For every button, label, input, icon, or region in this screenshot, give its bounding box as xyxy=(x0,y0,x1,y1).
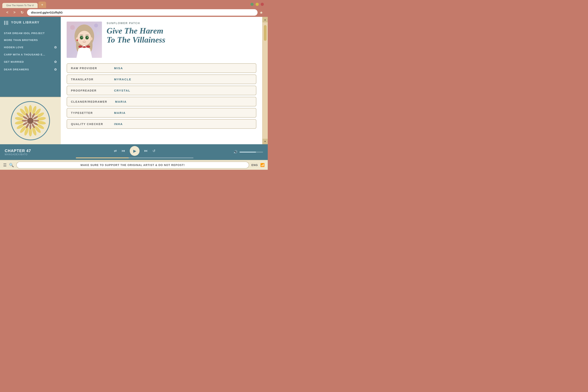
credit-label-raw: RAW PROVIDER xyxy=(67,64,110,72)
credit-label-proofreader: PROOFREADER xyxy=(67,86,110,95)
progress-fill xyxy=(76,158,129,158)
player-controls: ⇌ ⏮ ▶ ⏭ ↺ xyxy=(40,146,229,158)
svg-point-52 xyxy=(78,46,82,48)
window-controls xyxy=(250,3,264,6)
credit-row-translator: TRANSLATOR MYRACLE xyxy=(67,74,256,84)
close-button[interactable] xyxy=(261,3,264,6)
volume-bar[interactable] xyxy=(240,152,263,152)
manga-info: SUNFLOWER PATCH Give The HaremTo The Vil… xyxy=(106,22,256,58)
credit-value-quality: INHA xyxy=(110,120,127,128)
svg-point-24 xyxy=(30,124,31,129)
sidebar-items: STAR DREAM IDOL PROJECT MORE THAN BROTHE… xyxy=(0,28,61,97)
manga-title: Give The HaremTo The Villainess xyxy=(106,26,256,44)
svg-point-30 xyxy=(27,118,34,124)
volume-section: 🔊 xyxy=(233,150,263,154)
heart-icon: ✿ xyxy=(54,46,57,49)
scroll-up-button[interactable]: ▲ xyxy=(262,17,268,22)
scroll-down-button[interactable]: ▼ xyxy=(262,139,268,144)
nav-bar: < > ↻ ★ xyxy=(2,8,266,17)
sidebar-item-more-than[interactable]: MORE THAN BROTHERS xyxy=(4,37,57,44)
svg-point-35 xyxy=(96,32,100,35)
heart-icon: ✿ xyxy=(54,68,57,71)
cover-illustration xyxy=(67,22,102,58)
sidebar-item-label: GET MARRIED xyxy=(4,60,24,63)
sidebar-item-dear-dreamers[interactable]: DEAR DREAMERS ✿ xyxy=(4,66,57,73)
svg-point-46 xyxy=(82,37,82,38)
progress-bar[interactable] xyxy=(76,158,194,158)
credit-row-raw: RAW PROVIDER MISA xyxy=(67,63,256,73)
credits-table: RAW PROVIDER MISA TRANSLATOR MYRACLE PRO… xyxy=(67,63,256,129)
sidebar-item-label: MORE THAN BROTHERS xyxy=(4,38,38,42)
sidebar-item-hidden-love[interactable]: HIDDEN LOVE ✿ xyxy=(4,44,57,51)
sidebar-item-star-dream[interactable]: STAR DREAM IDOL PROJECT xyxy=(4,30,57,37)
sunflower-container xyxy=(0,97,61,144)
active-tab[interactable]: Give The Harem To The Villainess xyxy=(2,3,38,8)
credit-value-cleaner: MARIA xyxy=(111,97,130,106)
browser-chrome: Give The Harem To The Villainess + < > ↻… xyxy=(0,0,268,17)
maximize-button[interactable] xyxy=(256,3,259,6)
sidebar: ||| YOUR LIBRARY STAR DREAM IDOL PROJECT… xyxy=(0,17,61,144)
wifi-icon: 📶 xyxy=(260,163,264,167)
heart-icon: ✿ xyxy=(54,60,57,64)
sidebar-item-label: STAR DREAM IDOL PROJECT xyxy=(4,32,45,35)
svg-point-18 xyxy=(30,112,31,118)
chapter-title: CHAPTER 47 xyxy=(5,148,36,153)
new-tab-button[interactable]: + xyxy=(38,2,46,8)
credit-label-typesetter: TYPESETTER xyxy=(67,108,110,117)
repeat-button[interactable]: ↺ xyxy=(152,149,156,153)
svg-point-21 xyxy=(34,120,39,122)
credit-value-proofreader: CRYSTAL xyxy=(110,86,134,95)
volume-fill xyxy=(240,152,256,152)
forward-button[interactable]: > xyxy=(12,10,17,15)
play-button[interactable]: ▶ xyxy=(130,146,140,156)
reload-button[interactable]: ↻ xyxy=(19,10,25,16)
credit-row-typesetter: TYPESETTER MARIA xyxy=(67,108,256,118)
next-button[interactable]: ⏭ xyxy=(144,149,148,153)
scroll-track[interactable] xyxy=(264,23,266,138)
sunflower-svg xyxy=(15,105,46,136)
svg-point-48 xyxy=(84,40,85,40)
language-button[interactable]: ENG xyxy=(252,164,258,166)
credit-value-raw: MISA xyxy=(110,64,127,72)
manga-cover xyxy=(67,22,102,58)
volume-icon: 🔊 xyxy=(233,150,238,154)
sidebar-item-carp[interactable]: CARP WITH A THOUSAND E... xyxy=(4,51,57,58)
chapter-source: MANGADEX/BATO xyxy=(5,153,36,156)
svg-point-27 xyxy=(22,120,27,122)
svg-point-41 xyxy=(78,31,91,46)
library-icon: ||| xyxy=(4,20,8,25)
tab-label: Give The Harem To The Villainess xyxy=(6,4,34,7)
scroll-thumb[interactable] xyxy=(264,25,266,41)
shuffle-button[interactable]: ⇌ xyxy=(114,149,117,153)
credit-label-cleaner: CLEANER/REDRAWER xyxy=(67,98,111,106)
prev-button[interactable]: ⏮ xyxy=(122,149,125,153)
sidebar-header: ||| YOUR LIBRARY xyxy=(0,17,61,28)
svg-point-44 xyxy=(80,36,83,39)
sidebar-item-get-married[interactable]: GET MARRIED ✿ xyxy=(4,58,57,66)
sidebar-item-label: DEAR DREAMERS xyxy=(4,68,29,71)
sidebar-header-label: YOUR LIBRARY xyxy=(11,21,40,24)
credit-label-quality: QUALITY CHECKER xyxy=(67,120,110,128)
sunflower-circle xyxy=(11,101,50,140)
svg-point-53 xyxy=(86,46,90,48)
credit-label-translator: TRANSLATOR xyxy=(67,75,110,84)
back-button[interactable]: < xyxy=(5,10,10,15)
credit-row-cleaner: CLEANER/REDRAWER MARIA xyxy=(67,97,256,106)
credit-value-translator: MYRACLE xyxy=(110,75,135,84)
scrollbar: ▲ ▼ xyxy=(262,17,268,144)
menu-icon[interactable]: ☰ xyxy=(3,163,7,168)
address-bar[interactable] xyxy=(27,9,258,16)
search-icon[interactable]: 🔍 xyxy=(9,163,14,168)
manga-header: SUNFLOWER PATCH Give The HaremTo The Vil… xyxy=(67,22,256,58)
bookmark-button[interactable]: ★ xyxy=(260,10,263,15)
sidebar-item-label: HIDDEN LOVE xyxy=(4,46,24,49)
svg-point-33 xyxy=(70,25,75,30)
credit-value-typesetter: MARIA xyxy=(110,108,130,117)
svg-point-34 xyxy=(94,24,98,28)
controls-row: ⇌ ⏮ ▶ ⏭ ↺ xyxy=(114,146,156,156)
credit-row-quality: QUALITY CHECKER INHA xyxy=(67,119,256,129)
svg-point-51 xyxy=(76,40,78,41)
credit-row-proofreader: PROOFREADER CRYSTAL xyxy=(67,86,256,95)
minimize-button[interactable] xyxy=(250,3,254,6)
svg-point-45 xyxy=(86,36,88,39)
